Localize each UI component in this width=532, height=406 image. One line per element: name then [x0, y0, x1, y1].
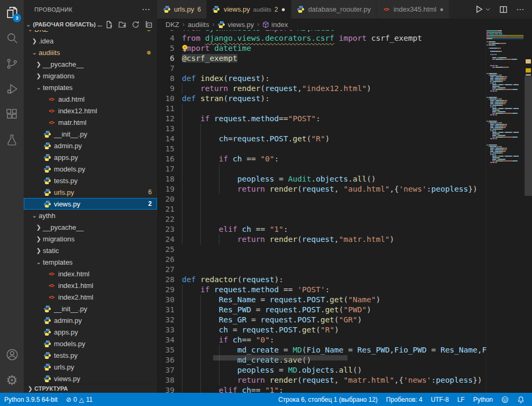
testing-icon[interactable] [0, 127, 24, 152]
tree-item-views-py[interactable]: views.py [24, 373, 157, 384]
minimap-line [487, 102, 525, 103]
status-indentation[interactable]: Пробелов: 4 [382, 396, 427, 403]
tree-item-aud-html[interactable]: <>aud.html [24, 93, 157, 105]
breadcrumb-item-views-py[interactable]: views.py [217, 21, 254, 29]
tree-item-index1-html[interactable]: <>index1.html [24, 279, 157, 291]
tree-item-apps-py[interactable]: apps.py [24, 151, 157, 163]
minimap-line [487, 159, 525, 160]
minimap-line [487, 49, 525, 50]
modified-dot[interactable]: ● [439, 6, 444, 13]
extensions-icon[interactable] [0, 102, 24, 127]
line-number: 12 [157, 114, 182, 124]
tree-item-index2-html[interactable]: <>index2.html [24, 291, 157, 303]
tab-urls-py[interactable]: urls.py6 [157, 0, 207, 19]
modified-dot[interactable]: ● [281, 6, 286, 13]
source-control-icon[interactable] [0, 51, 24, 76]
more-actions-icon[interactable]: ⋯ [516, 5, 525, 14]
scroll-marker-find [526, 59, 531, 64]
vertical-scrollbar[interactable] [525, 30, 532, 393]
tab-index345-html[interactable]: <>index345.html● [377, 0, 450, 19]
outline-title: СТРУКТУРА [34, 385, 68, 392]
search-icon[interactable] [0, 25, 24, 51]
status-cursor-position[interactable]: Строка 6, столбец 1 (выбрано 12) [274, 396, 382, 403]
account-icon[interactable] [0, 342, 24, 367]
status-problems[interactable]: ⊘0△11 [62, 396, 97, 403]
tree-item-migrations[interactable]: ❯migrations [24, 233, 157, 245]
explorer-icon[interactable]: 3 [0, 0, 24, 25]
breadcrumb-item-index[interactable]: index [262, 21, 288, 29]
status-language-mode[interactable]: Python [469, 396, 497, 403]
breadcrumb-item-audiiits[interactable]: audiiits [188, 21, 209, 29]
workspace-section-header[interactable]: ⌄ (РАБОЧАЯ ОБЛАСТЬ) ... [24, 19, 157, 30]
tree-item-apps-py[interactable]: apps.py [24, 326, 157, 338]
python-file-icon [43, 141, 51, 150]
code-line-33: 33 ch = request.POST.get("R") [157, 325, 487, 335]
breadcrumb-separator: › [212, 21, 214, 28]
collapse-all-icon[interactable] [145, 21, 153, 29]
tab-views-py[interactable]: views.pyaudiiits2● [207, 0, 291, 19]
outline-section-header[interactable]: ❯ СТРУКТУРА [24, 384, 157, 393]
html-file-icon: <> [47, 106, 56, 115]
status-eol[interactable]: LF [453, 396, 469, 403]
line-number: 39 [157, 385, 182, 393]
refresh-icon[interactable] [132, 21, 140, 29]
tree-item-models-py[interactable]: models.py [24, 163, 157, 175]
new-file-icon[interactable] [105, 21, 113, 29]
minimap-line [487, 157, 525, 158]
explorer-more-actions[interactable]: ⋯ [142, 4, 151, 14]
tree-item-audiiits[interactable]: ⌄audiiits [24, 47, 157, 58]
problems-badge: 6 [148, 188, 152, 196]
tree-item-index12-html[interactable]: <>index12.html [24, 105, 157, 116]
vertical-scrollbar-slider[interactable] [525, 76, 532, 196]
tree-item-matr-html[interactable]: <>matr.html [24, 116, 157, 128]
tree-item-migrations[interactable]: ❯migrations [24, 70, 157, 82]
tab-database-roouter-py[interactable]: database_roouter.py [291, 0, 377, 19]
tree-item-aythh[interactable]: ⌄aythh [24, 210, 157, 221]
status-notifications[interactable] [513, 396, 529, 403]
tree-item--pycache-[interactable]: ❯__pycache__ [24, 58, 157, 70]
settings-gear-icon[interactable]: ⚙ [0, 367, 24, 393]
split-editor-icon[interactable] [499, 5, 508, 14]
tree-item--init-py[interactable]: __init__.py [24, 128, 157, 140]
run-dropdown-chevron-icon[interactable] [485, 6, 491, 12]
tree-item-templates[interactable]: ⌄templates [24, 82, 157, 93]
code-line-29: 29 if request.method == 'POST': [157, 285, 487, 295]
tree-item-admin-py[interactable]: admin.py [24, 140, 157, 151]
tree-item-tests-py[interactable]: tests.py [24, 349, 157, 361]
code-line-39: 39 elif ch== "1": [157, 385, 487, 393]
tree-item--pycache-[interactable]: ❯__pycache__ [24, 221, 157, 233]
tree-item--idea[interactable]: ❯.idea [24, 35, 157, 47]
tree-item-tests-py[interactable]: tests.py [24, 175, 157, 186]
tree-item-templates[interactable]: ⌄templates [24, 256, 157, 268]
lightbulb-icon[interactable] [181, 44, 188, 55]
code-editor[interactable]: 3from aythh.models import MD,Audit4from … [157, 30, 487, 393]
minimap-line [487, 149, 525, 150]
tree-item-views-py[interactable]: views.py2 [24, 198, 157, 210]
breadcrumb-item-dkz[interactable]: DKZ [166, 21, 179, 29]
tree-item--init-py[interactable]: __init__.py [24, 303, 157, 314]
chevron-right-icon: ❯ [26, 385, 34, 392]
tree-item-models-py[interactable]: models.py [24, 338, 157, 349]
new-folder-icon[interactable] [118, 21, 126, 29]
tree-item-index-html[interactable]: <>index.html [24, 268, 157, 279]
line-number: 6 [157, 53, 182, 64]
status-python-interpreter[interactable]: Python 3.9.5 64-bit [0, 396, 62, 403]
tree-item-static[interactable]: ❯static [24, 245, 157, 256]
minimap-line [487, 138, 525, 139]
status-encoding[interactable]: UTF-8 [427, 396, 453, 403]
minimap-line [487, 65, 525, 66]
line-number: 10 [157, 94, 182, 104]
line-number: 38 [157, 375, 182, 385]
run-python-file-icon[interactable] [474, 5, 483, 14]
minimap-line [487, 100, 525, 101]
status-feedback[interactable] [497, 396, 513, 403]
tree-item-urls-py[interactable]: urls.py [24, 361, 157, 373]
horizontal-scrollbar-slider[interactable] [213, 355, 347, 360]
minimap[interactable] [486, 30, 525, 393]
minimap-line [487, 119, 525, 120]
code-line-15: 15 [157, 144, 487, 154]
minimap-line [487, 30, 525, 31]
tree-item-urls-py[interactable]: urls.py6 [24, 186, 157, 198]
tree-item-admin-py[interactable]: admin.py [24, 314, 157, 326]
run-debug-icon[interactable] [0, 76, 24, 102]
